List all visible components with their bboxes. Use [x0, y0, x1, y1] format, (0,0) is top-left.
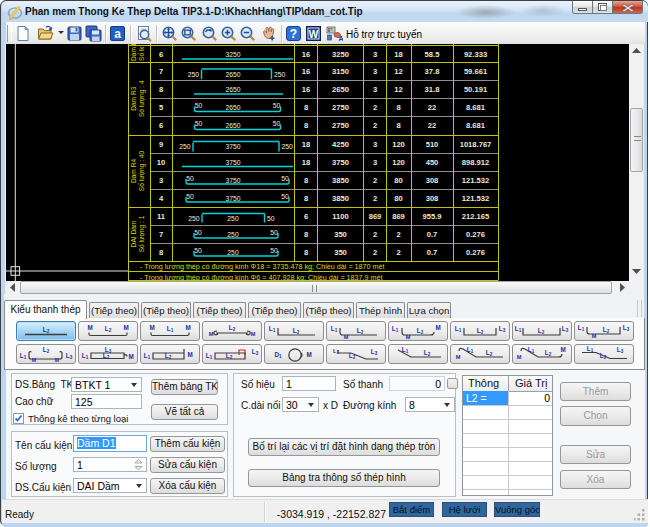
svg-text:3: 3	[159, 176, 163, 185]
svg-text:2: 2	[373, 103, 377, 112]
svg-text:12: 12	[394, 85, 402, 94]
svg-text:58.5: 58.5	[425, 50, 441, 59]
svg-text:M: M	[185, 324, 190, 331]
svg-text:6: 6	[304, 212, 308, 221]
svg-text:121.532: 121.532	[462, 176, 489, 185]
svg-text:869: 869	[369, 212, 382, 221]
svg-text:2: 2	[373, 248, 377, 257]
svg-text:450: 450	[426, 158, 439, 167]
svg-text:M: M	[517, 354, 522, 360]
svg-text:M: M	[406, 334, 411, 340]
svg-text:2750: 2750	[332, 103, 349, 112]
svg-text:3: 3	[373, 158, 377, 167]
svg-text:7: 7	[159, 230, 163, 239]
svg-text:2650: 2650	[332, 85, 349, 94]
svg-text:50: 50	[194, 247, 202, 254]
svg-text:M: M	[123, 324, 128, 331]
svg-text:3750: 3750	[225, 159, 240, 166]
svg-text:12: 12	[394, 67, 402, 76]
svg-text:3: 3	[373, 85, 377, 94]
svg-text:M: M	[456, 354, 461, 360]
svg-text:L1: L1	[392, 325, 399, 333]
svg-text:3250: 3250	[332, 50, 349, 59]
svg-text:8: 8	[396, 121, 400, 130]
svg-text:3750: 3750	[332, 158, 349, 167]
svg-text:50: 50	[194, 229, 202, 236]
svg-text:L3: L3	[66, 352, 73, 360]
svg-text:Số lượng : 40: Số lượng : 40	[137, 151, 146, 192]
svg-text:L2: L2	[43, 346, 50, 354]
svg-text:2650: 2650	[225, 122, 240, 129]
svg-text:2: 2	[373, 121, 377, 130]
svg-text:L1: L1	[206, 352, 213, 360]
svg-text:8: 8	[304, 194, 308, 203]
svg-text:M: M	[560, 346, 565, 353]
svg-text:50: 50	[273, 120, 281, 127]
svg-text:92.333: 92.333	[464, 50, 487, 59]
svg-text:2: 2	[396, 248, 400, 257]
svg-text:L2: L2	[538, 327, 545, 335]
svg-text:3750: 3750	[225, 195, 240, 202]
svg-text:0.7: 0.7	[427, 248, 438, 257]
svg-text:L2: L2	[600, 352, 607, 360]
svg-text:3750: 3750	[225, 143, 240, 150]
svg-text:L3: L3	[252, 348, 259, 356]
svg-text:2650: 2650	[225, 86, 240, 93]
svg-text:0.7: 0.7	[427, 230, 438, 239]
svg-text:308: 308	[426, 194, 439, 203]
svg-text:Số lượng : 1: Số lượng : 1	[137, 215, 146, 252]
svg-text:L2: L2	[229, 324, 236, 332]
svg-text:Dầm R3: Dầm R3	[129, 86, 137, 111]
svg-text:3150: 3150	[332, 67, 349, 76]
svg-text:120: 120	[392, 158, 405, 167]
svg-text:L3: L3	[617, 346, 624, 354]
svg-text:L1: L1	[331, 325, 338, 333]
svg-text:250: 250	[227, 249, 239, 256]
svg-text:A: A	[339, 35, 344, 42]
svg-text:250: 250	[227, 231, 239, 238]
svg-text:0.276: 0.276	[466, 248, 485, 257]
svg-text:16: 16	[302, 67, 310, 76]
svg-text:L1: L1	[269, 325, 276, 333]
svg-text:L1: L1	[528, 346, 535, 354]
svg-text:10: 10	[157, 158, 165, 167]
svg-text:L1: L1	[167, 325, 174, 333]
svg-text:3250: 3250	[225, 51, 240, 58]
svg-text:2650: 2650	[225, 104, 240, 111]
svg-text:1018.767: 1018.767	[460, 140, 492, 149]
svg-text:3: 3	[373, 140, 377, 149]
svg-text:M: M	[55, 357, 59, 363]
svg-text:212.165: 212.165	[462, 212, 490, 221]
svg-text:L2: L2	[477, 327, 484, 335]
svg-text:2750: 2750	[332, 121, 349, 130]
svg-text:M: M	[149, 324, 154, 331]
svg-text:50: 50	[281, 175, 289, 182]
svg-text:L3: L3	[623, 324, 630, 332]
svg-text:8: 8	[396, 103, 400, 112]
svg-text:M: M	[344, 334, 349, 340]
svg-text:M: M	[306, 351, 311, 358]
svg-text:L1: L1	[455, 325, 462, 333]
svg-text:59.661: 59.661	[464, 67, 488, 76]
svg-text:L2: L2	[105, 325, 112, 333]
svg-text:2: 2	[373, 176, 377, 185]
svg-text:50: 50	[270, 229, 278, 236]
svg-text:8.681: 8.681	[466, 121, 486, 130]
svg-text:M: M	[187, 351, 192, 358]
svg-text:22: 22	[428, 121, 436, 130]
svg-text:8: 8	[304, 176, 308, 185]
svg-text:?: ?	[290, 27, 297, 41]
svg-text:350: 350	[334, 248, 347, 257]
svg-text:M: M	[251, 331, 256, 337]
svg-text:37.8: 37.8	[425, 67, 440, 76]
svg-text:a: a	[114, 27, 121, 41]
svg-text:18: 18	[394, 50, 402, 59]
svg-text:M: M	[592, 333, 597, 339]
svg-text:M: M	[128, 353, 133, 360]
svg-text:W: W	[309, 29, 319, 40]
svg-text:11: 11	[157, 212, 166, 221]
svg-text:DAI Dầm: DAI Dầm	[129, 220, 137, 247]
svg-text:22: 22	[428, 103, 436, 112]
svg-text:510: 510	[426, 140, 439, 149]
svg-text:L1: L1	[20, 352, 27, 360]
